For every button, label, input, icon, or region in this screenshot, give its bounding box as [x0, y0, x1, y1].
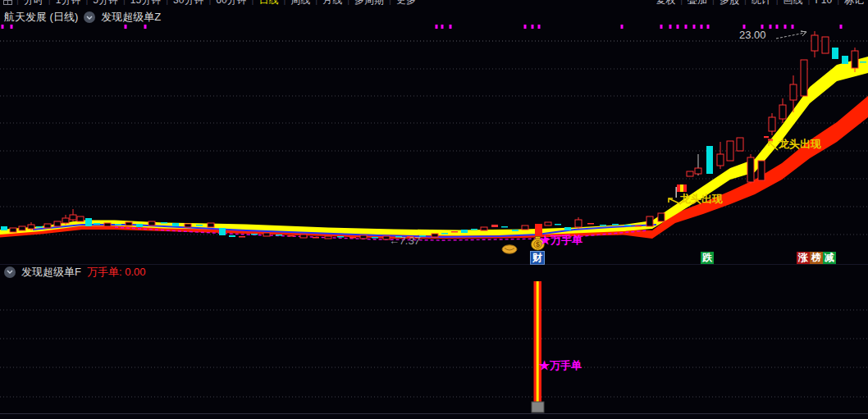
toolbar-separator: |	[315, 0, 318, 5]
toolbar-grid-icon[interactable]	[3, 0, 12, 5]
signal-tick	[761, 25, 764, 29]
signal-tick	[784, 25, 787, 29]
signal-tick	[532, 25, 534, 29]
toolbar-item-多周期[interactable]: 多周期	[352, 0, 386, 7]
candle-up	[737, 138, 743, 151]
toolbar-separator: |	[389, 0, 391, 5]
candle-up	[126, 222, 132, 225]
toolbar-item-叠加[interactable]: 叠加	[685, 0, 710, 7]
candle-up	[360, 235, 367, 239]
candle-up	[695, 168, 701, 174]
candle-up	[325, 236, 331, 239]
toolbar-item-日线[interactable]: 日线	[256, 0, 281, 7]
signal-tick	[441, 25, 444, 29]
toolbar-item-标记[interactable]: 标记	[842, 0, 866, 7]
toolbar-item-多股[interactable]: 多股	[717, 0, 742, 7]
candle-doji	[349, 237, 356, 239]
main-indicator-label[interactable]: 发现超级单Z	[101, 10, 161, 25]
candle-up	[148, 221, 155, 225]
candle-doji	[471, 229, 477, 230]
signal-tick	[792, 25, 794, 29]
toolbar-separator: |	[347, 0, 349, 5]
main-panel-header: 航天发展 (日线) 发现超级单Z	[4, 9, 161, 25]
candle-up	[822, 37, 829, 53]
main-signal-bar	[535, 224, 542, 237]
candle-doji	[288, 235, 295, 237]
candle-up	[62, 218, 69, 223]
candle-doji	[624, 225, 631, 226]
candle-doji	[372, 237, 378, 239]
candle-doji	[313, 237, 319, 239]
toolbar-item-统计[interactable]: 统计	[749, 0, 774, 7]
candle-doji	[395, 236, 402, 238]
sub-indicator-label[interactable]: 发现超级单F	[21, 265, 81, 280]
candle-down	[172, 223, 179, 226]
candle-doji	[407, 236, 413, 238]
candle-doji	[419, 235, 426, 237]
candle-up	[790, 84, 797, 100]
flag-icon	[683, 184, 687, 192]
signal-tick	[538, 25, 541, 29]
toolbar-left: |分时|1分钟|5分钟|15分钟|30分钟|60分钟|日线|周线|月线|多周期|…	[0, 0, 418, 9]
toolbar-item-30分钟[interactable]: 30分钟	[171, 0, 206, 7]
candle-up	[852, 51, 858, 68]
flag-icon	[677, 184, 680, 192]
candle-up	[522, 225, 528, 230]
toolbar-separator: |	[744, 0, 747, 5]
candle-doji	[276, 235, 282, 236]
mini-mark	[768, 139, 773, 141]
toolbar-item-分时[interactable]: 分时	[21, 0, 46, 7]
sub-value-row: 万手单: 0.00	[87, 265, 146, 280]
toolbar-item-F10[interactable]: F10	[812, 0, 834, 6]
signal-tick	[677, 25, 679, 29]
candle-up	[747, 157, 754, 182]
candle-doji	[635, 225, 642, 227]
candle-up	[545, 222, 551, 225]
candle-up	[481, 227, 487, 230]
toolbar-item-月线[interactable]: 月线	[320, 0, 345, 7]
candle-down	[842, 56, 848, 64]
toolbar-item-周线[interactable]: 周线	[288, 0, 313, 7]
toolbar-separator: |	[123, 0, 126, 5]
mini-mark	[764, 136, 769, 138]
signal-tick	[621, 25, 624, 29]
toolbar-separator: |	[837, 0, 839, 5]
toolbar-separator: |	[85, 0, 88, 5]
candle-down	[1, 226, 7, 230]
candle-doji	[612, 224, 619, 225]
toolbar-item-15分钟[interactable]: 15分钟	[128, 0, 163, 7]
candle-doji	[860, 61, 866, 63]
candle-doji	[491, 225, 498, 227]
chevron-down-icon[interactable]	[4, 266, 16, 278]
main-chart-canvas[interactable]: $	[0, 25, 868, 264]
toolbar-item-5分钟[interactable]: 5分钟	[90, 0, 121, 7]
signal-tick	[450, 25, 452, 29]
signal-tick	[660, 25, 663, 29]
toolbar-right: 复权|叠加|多股|统计|画线|F10|标记	[653, 0, 866, 9]
price-arrow	[776, 33, 805, 39]
toolbar-item-1分钟[interactable]: 1分钟	[53, 0, 84, 7]
signal-tick	[685, 25, 688, 29]
toolbar-separator: |	[208, 0, 211, 5]
window-bottom-edge	[0, 413, 868, 419]
candle-up	[779, 105, 786, 119]
candle-down	[832, 48, 838, 59]
toolbar-separator: |	[680, 0, 683, 5]
candle-up	[54, 221, 61, 226]
signal-tick	[524, 25, 527, 29]
toolbar-separator: |	[283, 0, 286, 5]
toolbar-item-复权[interactable]: 复权	[653, 0, 678, 7]
signal-tick	[743, 25, 746, 29]
toolbar-separator: |	[166, 0, 168, 5]
toolbar-item-画线[interactable]: 画线	[781, 0, 806, 7]
candle-doji	[512, 230, 519, 231]
candle-doji	[36, 226, 43, 228]
toolbar-item-60分钟[interactable]: 60分钟	[213, 0, 249, 7]
chevron-down-icon[interactable]	[84, 11, 95, 23]
candle-doji	[451, 231, 458, 233]
sub-chart-canvas[interactable]	[0, 279, 868, 415]
flag-icon	[680, 184, 683, 192]
toolbar-item-更多[interactable]: 更多	[394, 0, 418, 7]
candle-up	[432, 234, 438, 237]
candle-up	[687, 171, 693, 176]
